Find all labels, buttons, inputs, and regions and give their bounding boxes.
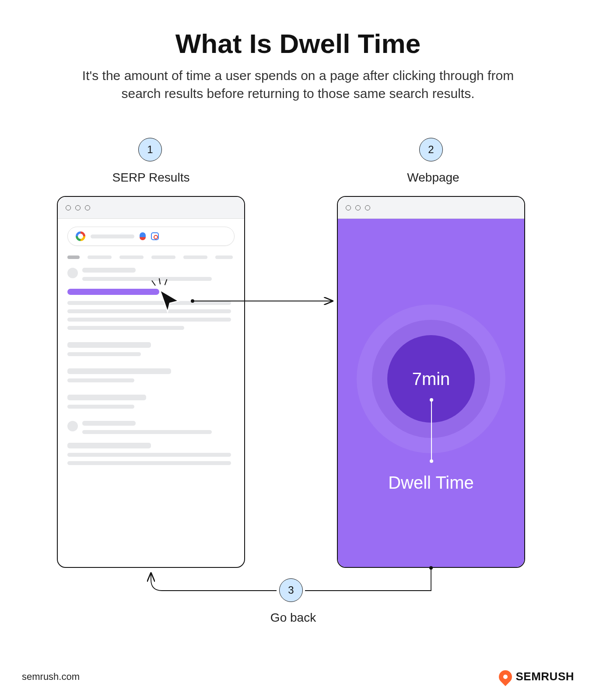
serp-tab bbox=[151, 256, 175, 259]
placeholder-line bbox=[67, 309, 231, 313]
dwell-time-value: 7min bbox=[412, 369, 450, 389]
dwell-time-diagram: 1 SERP Results 2 Webpage bbox=[0, 131, 596, 656]
semrush-flame-icon bbox=[496, 667, 515, 686]
placeholder-line bbox=[82, 421, 136, 426]
cursor-pointer-icon bbox=[157, 288, 183, 314]
serp-tabs bbox=[67, 256, 235, 259]
serp-result-clicked bbox=[67, 268, 235, 330]
clicked-result-link[interactable] bbox=[67, 289, 159, 295]
serp-result bbox=[67, 421, 235, 465]
placeholder-line bbox=[67, 342, 151, 348]
placeholder-line bbox=[67, 318, 231, 322]
serp-body bbox=[58, 219, 244, 485]
placeholder-line bbox=[67, 453, 231, 457]
serp-browser-window bbox=[57, 196, 245, 568]
dwell-time-metric-label: Dwell Time bbox=[388, 473, 474, 493]
result-favicon-icon bbox=[67, 421, 78, 431]
placeholder-line bbox=[67, 378, 134, 382]
window-dot-icon bbox=[66, 205, 71, 210]
placeholder-line bbox=[67, 395, 146, 400]
window-dot-icon bbox=[85, 205, 90, 210]
search-query-placeholder bbox=[91, 234, 134, 238]
step-3-number: 3 bbox=[288, 584, 294, 596]
step-1-badge: 1 bbox=[138, 138, 162, 161]
step-2-label: Webpage bbox=[398, 171, 468, 185]
step-3-badge: 3 bbox=[279, 578, 303, 602]
google-lens-icon bbox=[151, 232, 159, 240]
window-chrome bbox=[58, 197, 244, 219]
placeholder-line bbox=[82, 277, 212, 281]
window-dot-icon bbox=[365, 205, 370, 210]
placeholder-line bbox=[67, 301, 231, 305]
serp-result bbox=[67, 342, 235, 356]
serp-result bbox=[67, 368, 235, 382]
serp-tab bbox=[119, 256, 144, 259]
placeholder-line bbox=[67, 326, 184, 330]
serp-result bbox=[67, 395, 235, 409]
step-1-label: SERP Results bbox=[112, 171, 190, 185]
placeholder-line bbox=[67, 443, 151, 448]
window-dot-icon bbox=[346, 205, 351, 210]
placeholder-line bbox=[67, 405, 134, 409]
placeholder-line bbox=[82, 268, 136, 273]
mic-icon bbox=[140, 232, 146, 240]
placeholder-line bbox=[67, 368, 171, 374]
window-dot-icon bbox=[75, 205, 81, 210]
serp-tab bbox=[88, 256, 112, 259]
google-logo-icon bbox=[76, 231, 85, 241]
placeholder-line bbox=[67, 461, 231, 465]
serp-tab bbox=[215, 256, 233, 259]
window-chrome bbox=[338, 197, 524, 219]
serp-tab-active bbox=[67, 256, 80, 259]
serp-tab bbox=[183, 256, 207, 259]
semrush-brand-text: SEMRUSH bbox=[515, 670, 574, 683]
window-dot-icon bbox=[355, 205, 361, 210]
placeholder-line bbox=[67, 352, 141, 356]
footer-url: semrush.com bbox=[22, 671, 80, 682]
step-2-badge: 2 bbox=[419, 138, 443, 161]
placeholder-line bbox=[82, 430, 212, 434]
webpage-browser-window: 7min Dwell Time bbox=[337, 196, 525, 568]
semrush-brand: SEMRUSH bbox=[499, 670, 574, 683]
page-title: What Is Dwell Time bbox=[0, 28, 596, 59]
step-1-number: 1 bbox=[147, 144, 153, 156]
result-favicon-icon bbox=[67, 268, 78, 278]
webpage-body: 7min Dwell Time bbox=[338, 219, 524, 567]
page-subtitle: It's the amount of time a user spends on… bbox=[66, 67, 530, 102]
connector-line-icon bbox=[431, 400, 432, 461]
google-search-bar bbox=[67, 227, 235, 246]
step-3-label: Go back bbox=[267, 611, 319, 625]
step-2-number: 2 bbox=[428, 144, 434, 156]
footer: semrush.com SEMRUSH bbox=[22, 670, 574, 683]
